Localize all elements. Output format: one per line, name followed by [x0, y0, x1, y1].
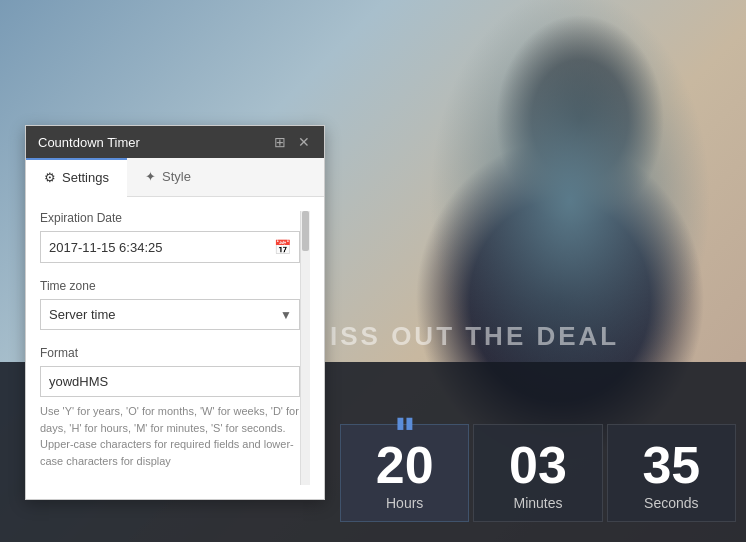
tab-style[interactable]: ✦ Style	[127, 158, 209, 196]
expiration-date-field: Expiration Date 📅	[40, 211, 300, 263]
timezone-field: Time zone Server time UTC US/Eastern US/…	[40, 279, 300, 330]
style-icon: ✦	[145, 169, 156, 184]
countdown-minutes-number: 03	[482, 439, 593, 491]
countdown-block-minutes: 03 Minutes	[473, 424, 602, 522]
deal-text: ISS OUT THE DEAL	[330, 321, 746, 352]
calendar-icon: ▮▮	[396, 413, 414, 432]
tab-settings-label: Settings	[62, 170, 109, 185]
countdown-seconds-label: Seconds	[616, 495, 727, 511]
timezone-select[interactable]: Server time UTC US/Eastern US/Pacific	[40, 299, 300, 330]
expiration-date-input-wrap: 📅	[40, 231, 300, 263]
countdown-hours-number: 20	[349, 439, 460, 491]
countdown-hours-label: Hours	[349, 495, 460, 511]
tab-style-label: Style	[162, 169, 191, 184]
timezone-select-wrap: Server time UTC US/Eastern US/Pacific ▼	[40, 299, 300, 330]
tab-settings[interactable]: ⚙ Settings	[26, 158, 127, 197]
countdown-minutes-label: Minutes	[482, 495, 593, 511]
calendar-input-icon[interactable]: 📅	[266, 232, 299, 262]
format-input[interactable]	[40, 366, 300, 397]
panel-content: Expiration Date 📅 Time zone Server time …	[26, 197, 324, 499]
panel-title: Countdown Timer	[38, 135, 140, 150]
timezone-label: Time zone	[40, 279, 300, 293]
countdown-seconds-number: 35	[616, 439, 727, 491]
format-hint: Use 'Y' for years, 'O' for months, 'W' f…	[40, 403, 300, 469]
panel-scrollbar-thumb[interactable]	[302, 211, 309, 251]
panel-header: Countdown Timer ⊞ ✕	[26, 126, 324, 158]
countdown-block-hours: ▮▮ 20 Hours	[340, 424, 469, 522]
panel-close-button[interactable]: ✕	[296, 134, 312, 150]
expiration-date-input[interactable]	[41, 233, 266, 262]
panel-scrollbar[interactable]	[300, 211, 310, 485]
countdown-timer-panel: Countdown Timer ⊞ ✕ ⚙ Settings ✦ Style E…	[25, 125, 325, 500]
countdown-display: ▮▮ 20 Hours 03 Minutes 35 Seconds	[340, 424, 736, 522]
countdown-block-seconds: 35 Seconds	[607, 424, 736, 522]
gear-icon: ⚙	[44, 170, 56, 185]
panel-controls: ⊞ ✕	[272, 134, 312, 150]
panel-tabs: ⚙ Settings ✦ Style	[26, 158, 324, 197]
format-label: Format	[40, 346, 300, 360]
panel-main: Expiration Date 📅 Time zone Server time …	[40, 211, 300, 485]
format-field: Format Use 'Y' for years, 'O' for months…	[40, 346, 300, 469]
panel-grid-button[interactable]: ⊞	[272, 134, 288, 150]
expiration-date-label: Expiration Date	[40, 211, 300, 225]
